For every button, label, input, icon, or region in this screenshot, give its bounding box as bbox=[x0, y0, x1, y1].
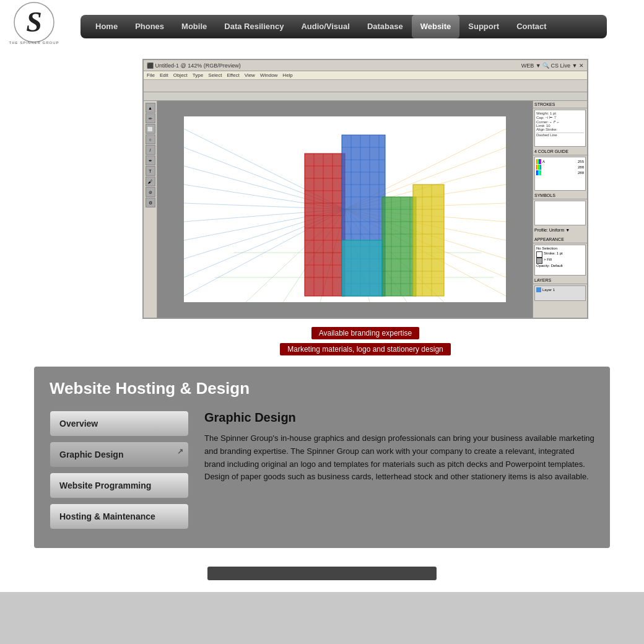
right-content: Graphic Design The Spinner Group's in-ho… bbox=[204, 411, 594, 529]
main-content: ⬛ Untitled-1 @ 142% (RGB/Preview) WEB ▼ … bbox=[0, 53, 644, 363]
section-title: Website Hosting & Design bbox=[50, 379, 594, 398]
ai-right-panels: STROKES Weight: 1 pt Cap: ⊣ ⊢ ⊤ Corner: … bbox=[533, 101, 587, 318]
link-marketing[interactable]: Marketing materials, logo and stationery… bbox=[280, 343, 450, 355]
btn-graphic-design[interactable]: Graphic Design ↗ bbox=[50, 442, 189, 468]
nav-home[interactable]: Home bbox=[87, 15, 126, 38]
svg-text:THE SPINNER GROUP: THE SPINNER GROUP bbox=[9, 41, 59, 45]
ai-options-bar bbox=[144, 80, 587, 92]
logo-area: S THE SPINNER GROUP bbox=[6, 1, 80, 53]
content-body: The Spinner Group's in-house graphics an… bbox=[204, 432, 594, 484]
bottom-section: Website Hosting & Design Overview Graphi… bbox=[34, 367, 610, 548]
header: S THE SPINNER GROUP Home Phones Mobile D… bbox=[0, 0, 644, 53]
yellow-building bbox=[413, 185, 444, 296]
svg-rect-31 bbox=[305, 154, 345, 296]
svg-text:S: S bbox=[26, 6, 42, 38]
nav-support[interactable]: Support bbox=[459, 15, 508, 38]
ai-body: ▲ ✏ ⬜ ○ / ✒ T 🖌 ⊘ ⚙ bbox=[144, 101, 587, 318]
red-building bbox=[305, 154, 345, 296]
svg-rect-74 bbox=[413, 185, 444, 296]
ai-toolbar: ⬛ Untitled-1 @ 142% (RGB/Preview) WEB ▼ … bbox=[144, 60, 587, 71]
btn-overview[interactable]: Overview bbox=[50, 411, 189, 437]
nav-phones[interactable]: Phones bbox=[126, 15, 173, 38]
buildings-illustration bbox=[184, 116, 506, 302]
link-branding[interactable]: Available branding expertise bbox=[311, 327, 420, 339]
teal-building bbox=[342, 240, 382, 296]
nav-data-resiliency[interactable]: Data Resiliency bbox=[215, 15, 292, 38]
arrow-icon: ↗ bbox=[177, 447, 183, 456]
left-buttons: Overview Graphic Design ↗ Website Progra… bbox=[50, 411, 192, 529]
main-nav: Home Phones Mobile Data Resiliency Audio… bbox=[80, 15, 607, 38]
ai-left-tools: ▲ ✏ ⬜ ○ / ✒ T 🖌 ⊘ ⚙ bbox=[144, 101, 157, 318]
screenshot-links: Available branding expertise Marketing m… bbox=[124, 319, 607, 363]
nav-database[interactable]: Database bbox=[359, 15, 412, 38]
footer-area bbox=[0, 557, 644, 592]
ai-status-bar: 142% ⬛ Untitled-1 Selection bbox=[144, 318, 587, 319]
bottom-layout: Overview Graphic Design ↗ Website Progra… bbox=[50, 411, 594, 529]
logo-icon: S THE SPINNER GROUP bbox=[6, 1, 62, 50]
green-building bbox=[382, 197, 416, 296]
ai-canvas-area bbox=[157, 101, 533, 318]
btn-hosting-maintenance[interactable]: Hosting & Maintenance bbox=[50, 503, 189, 529]
nav-contact[interactable]: Contact bbox=[508, 15, 555, 38]
nav-audio-visual[interactable]: Audio/Visual bbox=[292, 15, 359, 38]
btn-website-programming[interactable]: Website Programming bbox=[50, 472, 189, 498]
nav-mobile[interactable]: Mobile bbox=[173, 15, 215, 38]
ai-ruler bbox=[144, 92, 587, 101]
ai-menubar: FileEditObjectTypeSelectEffectViewWindow… bbox=[144, 71, 587, 80]
nav-website[interactable]: Website bbox=[412, 15, 460, 38]
svg-rect-85 bbox=[342, 240, 382, 296]
ai-canvas bbox=[184, 116, 506, 302]
content-title: Graphic Design bbox=[204, 411, 594, 425]
footer-bar bbox=[207, 567, 437, 580]
ai-screenshot: ⬛ Untitled-1 @ 142% (RGB/Preview) WEB ▼ … bbox=[142, 59, 588, 319]
